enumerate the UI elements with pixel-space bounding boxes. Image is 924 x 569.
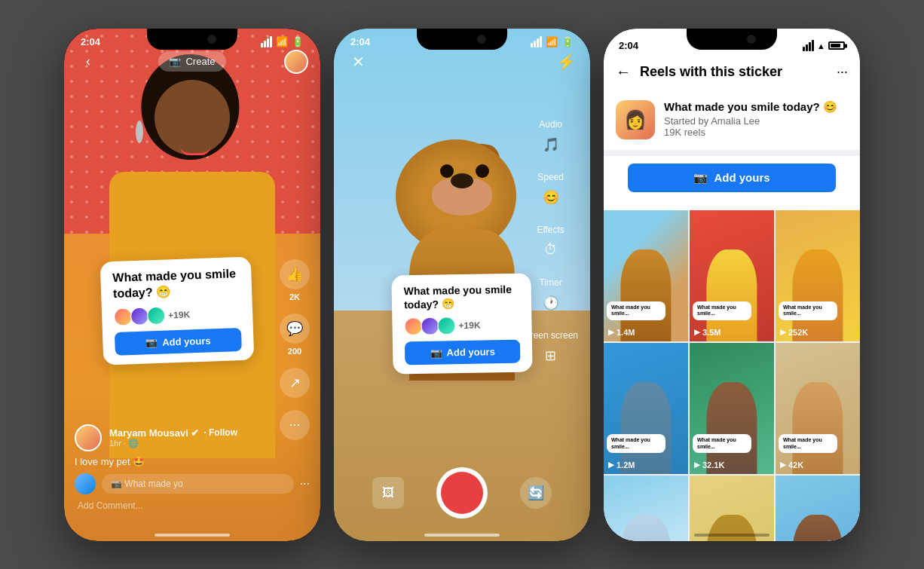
comment-action[interactable]: 💬 200: [280, 314, 310, 356]
reel-sticker-4: What made you smile...: [607, 434, 665, 453]
more-button-3[interactable]: ···: [837, 64, 848, 80]
gallery-icon: 🖼: [382, 486, 394, 500]
reel-thumb-2[interactable]: What made you smile... ▶ 3.5M: [690, 210, 774, 341]
like-icon: 👍: [280, 259, 310, 289]
back-button-1[interactable]: ‹: [76, 50, 100, 74]
wifi-icon-3: ▲: [817, 41, 825, 50]
reel-thumb-5[interactable]: What made you smile... ▶ 32.1K: [690, 343, 774, 474]
camera-dot-3: [747, 35, 756, 44]
signal-icon-1: [261, 36, 272, 47]
capture-button[interactable]: [436, 467, 488, 519]
create-button[interactable]: 📷 Create: [158, 51, 225, 72]
user-avatar-header[interactable]: [284, 50, 308, 74]
phone-1-reel-viewer: 2:04 📶 🔋 ‹ 📷: [64, 29, 320, 541]
home-indicator-2: [424, 534, 500, 537]
flash-button[interactable]: ⚡: [554, 50, 578, 74]
reel-sticker-5: What made you smile...: [693, 434, 751, 453]
add-comment-label[interactable]: Add Comment...: [75, 500, 310, 511]
effects-icon: ⏱: [539, 238, 563, 262]
reel-bg-8: [690, 476, 774, 541]
signal-icon-2: [531, 36, 542, 47]
reel-thumb-8[interactable]: [690, 476, 774, 541]
back-button-3[interactable]: ←: [616, 63, 631, 81]
reel-person-9: [792, 515, 843, 540]
play-icon-1: ▶: [608, 328, 614, 336]
username-1: Maryam Mousavi ✔: [109, 427, 199, 439]
reel-thumb-3[interactable]: What made you smile... ▶ 252K: [776, 210, 860, 341]
add-yours-button-3[interactable]: 📷 Add yours: [628, 164, 836, 192]
close-button-camera[interactable]: ✕: [346, 50, 370, 74]
reel-views-2: ▶ 3.5M: [694, 328, 721, 337]
add-yours-button-camera[interactable]: 📷 Add yours: [405, 340, 521, 366]
reel-bg-5: [690, 343, 774, 474]
add-yours-button-1[interactable]: 📷 Add yours: [115, 327, 242, 355]
like-count: 2K: [289, 292, 300, 301]
back-chevron-icon: ‹: [86, 54, 90, 69]
greenscreen-icon: ⊞: [539, 344, 563, 368]
reel-bg-6: [776, 343, 860, 474]
reel-thumb-9[interactable]: [776, 476, 860, 541]
phones-container: 2:04 📶 🔋 ‹ 📷: [64, 29, 860, 541]
reel-thumb-7[interactable]: [604, 476, 688, 541]
user-avatar-1: [75, 424, 102, 451]
play-icon-5: ▶: [694, 460, 700, 469]
wifi-icon-1: 📶: [276, 36, 288, 47]
phone3-header: ← Reels with this sticker ···: [604, 56, 860, 90]
wifi-icon-2: 📶: [546, 36, 558, 47]
audio-icon: 🎵: [539, 133, 563, 157]
phone-1-screen: 2:04 📶 🔋 ‹ 📷: [64, 29, 320, 541]
mini-avatar-1: [114, 307, 133, 326]
capture-inner-circle: [441, 472, 483, 514]
reel-views-5: ▶ 32.1K: [694, 460, 724, 470]
reel-views-4: ▶ 1.2M: [608, 460, 635, 470]
camera-icon-addyours: 📷: [430, 347, 442, 359]
reel-thumb-4[interactable]: What made you smile... ▶ 1.2M: [604, 343, 688, 474]
status-icons-2: 📶 🔋: [531, 36, 574, 47]
share-action[interactable]: ↗: [280, 368, 310, 398]
reel-thumb-6[interactable]: What made you smile... ▶ 42K: [776, 343, 860, 474]
follow-button[interactable]: · Follow: [203, 427, 237, 438]
comment-input-display: 📷 What made yo: [102, 474, 294, 494]
phone-3-reels-sticker: 2:04 ▲: [604, 29, 860, 541]
dog-eye-right: [476, 164, 489, 178]
speed-label: Speed: [537, 172, 564, 182]
mini-avatar-c2: [421, 317, 439, 335]
reel-thumb-1[interactable]: What made you smile... ▶ 1.4M: [604, 210, 688, 341]
sticker-info-card: 👩 What made you smile today? 😊 Started b…: [604, 90, 860, 156]
speed-tool[interactable]: Speed 😊: [523, 172, 578, 210]
notch-2: [417, 29, 507, 50]
camera-icon-add: 📷: [145, 336, 158, 348]
post-text-1: I love my pet 🤩: [75, 456, 310, 467]
speed-icon: 😊: [539, 185, 563, 210]
reel-bg-2: [690, 210, 774, 341]
phone-2-camera: 2:04 📶 🔋 ✕ ⚡: [334, 29, 590, 541]
comment-count: 200: [288, 347, 301, 356]
status-icons-1: 📶 🔋: [261, 36, 304, 47]
audio-tool[interactable]: Audio 🎵: [523, 119, 578, 157]
status-time-2: 2:04: [350, 36, 370, 47]
reels-grid: What made you smile... ▶ 1.4M What made …: [604, 210, 860, 541]
flip-camera-button[interactable]: 🔄: [520, 477, 552, 509]
gallery-button[interactable]: 🖼: [372, 477, 404, 509]
sticker-avatars-camera: +19K: [404, 316, 519, 336]
sticker-info-text: What made you smile today? 😊 Started by …: [664, 100, 837, 138]
dog-nose: [451, 173, 473, 188]
header-title-3: Reels with this sticker: [640, 64, 828, 80]
sticker-count-1: +19K: [168, 309, 191, 320]
reel-bg-1: [604, 210, 688, 341]
sticker-count-camera: +19K: [458, 320, 480, 332]
reel-bg-3: [776, 210, 860, 341]
like-action[interactable]: 👍 2K: [280, 259, 310, 301]
phone-2-screen: 2:04 📶 🔋 ✕ ⚡: [334, 29, 590, 541]
status-icons-3: ▲: [803, 40, 845, 51]
notch-3: [687, 29, 777, 50]
sticker-card-camera: What made you smile today? 😁 +19K 📷 Add …: [391, 273, 532, 375]
reel-views-1: ▶ 1.4M: [608, 328, 635, 337]
phone2-top-bar: ✕ ⚡: [334, 50, 590, 74]
reel-bg-4: [604, 343, 688, 474]
home-indicator-3: [694, 534, 769, 537]
camera-dot-2: [477, 35, 486, 44]
effects-tool[interactable]: Effects ⏱: [523, 225, 578, 262]
mini-avatar-2: [130, 306, 149, 325]
timer-label: Timer: [540, 277, 562, 288]
